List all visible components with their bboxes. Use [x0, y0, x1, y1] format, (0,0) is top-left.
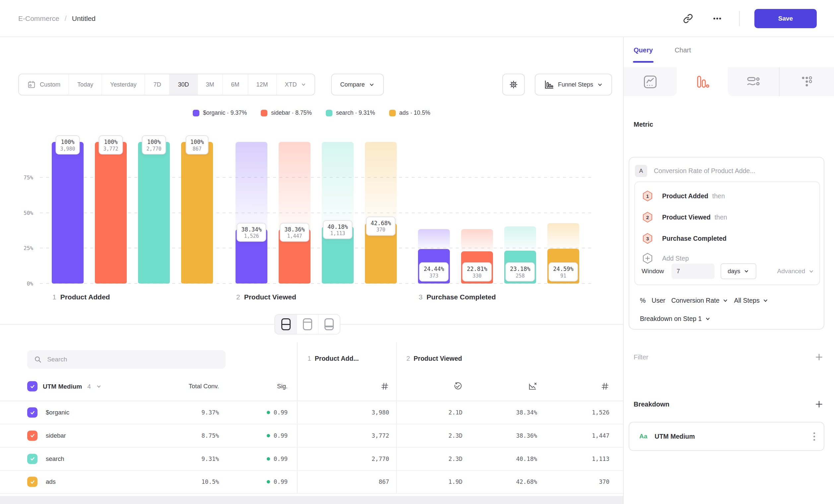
bar-count: 370	[371, 227, 391, 233]
tab-funnels[interactable]	[677, 67, 728, 96]
bar-organic-step2[interactable]: 38.34%1,526	[236, 142, 267, 283]
then-connector: then	[715, 213, 727, 221]
row-checkbox[interactable]	[27, 454, 38, 464]
counting-method[interactable]: User	[652, 297, 665, 304]
step2-conversion-pct: 40.18%	[516, 456, 537, 462]
lost-users-ghost-bar	[418, 229, 450, 249]
plus-icon	[815, 353, 824, 361]
bar-ads-step2[interactable]: 42.68%370	[365, 142, 397, 283]
breakdown-column-header[interactable]: UTM Medium 4	[27, 381, 102, 392]
search-input[interactable]	[47, 356, 219, 363]
metric-title: Conversion Rate of Product Adde...	[654, 167, 755, 175]
converted-users-bar	[138, 142, 170, 283]
insights-icon	[643, 75, 658, 89]
bar-organic-step3[interactable]: 24.44%373	[418, 142, 450, 283]
more-menu-icon[interactable]	[710, 11, 725, 26]
bar-count: 1,447	[284, 233, 305, 240]
select-all-checkbox[interactable]	[27, 381, 38, 392]
table-row-sidebar[interactable]: sidebar8.75%0.993,7722.3D38.36%1,447	[0, 425, 623, 448]
step1-count: 3,980	[372, 409, 389, 416]
top-bar: E-Commerce / Untitled Save	[0, 0, 834, 37]
chevron-down-icon	[809, 269, 814, 274]
query-step-3[interactable]: 3Purchase Completed	[635, 228, 819, 249]
bar-sidebar-step1[interactable]: 100%3,772	[95, 142, 127, 283]
bar-search-step2[interactable]: 40.18%1,113	[322, 142, 354, 283]
window-unit-select[interactable]: days	[721, 263, 756, 279]
window-value-input[interactable]	[672, 264, 715, 279]
bar-value-label: 38.36%1,447	[280, 223, 309, 242]
bottom-scroll-strip	[0, 496, 623, 504]
topbar-actions: Save	[681, 0, 817, 37]
bar-value-label: 22.81%330	[462, 262, 492, 281]
kebab-icon[interactable]	[813, 432, 815, 441]
flows-icon	[746, 75, 761, 89]
check-icon	[29, 479, 36, 485]
time-to-convert-icon[interactable]	[453, 382, 462, 391]
significance-dot-icon	[267, 434, 270, 437]
step2-count: 1,526	[592, 409, 609, 416]
table-row-organic[interactable]: $organic9.37%0.993,9802.1D38.34%1,526	[0, 401, 623, 425]
share-link-icon[interactable]	[681, 11, 695, 26]
bar-organic-step1[interactable]: 100%3,980	[52, 142, 84, 283]
bar-ads-step3[interactable]: 24.59%91	[547, 142, 579, 283]
step2-count: 1,113	[592, 456, 609, 462]
step-label-1: 1Product Added	[52, 293, 110, 301]
table-row-ads[interactable]: ads10.5%0.998671.9D42.68%370	[0, 471, 623, 494]
breakdown-on-step-select[interactable]: Breakdown on Step 1	[640, 315, 710, 323]
query-panel: Query Chart	[623, 37, 834, 504]
layout-split-bottom-button[interactable]	[318, 315, 340, 334]
total-conv-header[interactable]: Total Conv.	[189, 383, 219, 390]
bar-value-label: 42.68%370	[366, 216, 395, 236]
conversion-trend-icon[interactable]	[528, 382, 537, 391]
y-axis-tick: 0%	[7, 280, 33, 287]
breakdown-property-card[interactable]: Aa UTM Medium	[629, 422, 825, 451]
y-axis-tick: 50%	[7, 210, 33, 216]
tab-query[interactable]: Query	[634, 46, 653, 59]
metric-summary[interactable]: A Conversion Rate of Product Adde...	[635, 165, 814, 177]
tab-chart[interactable]: Chart	[675, 46, 691, 59]
bar-ads-step1[interactable]: 100%867	[181, 142, 213, 283]
svg-text:2: 2	[646, 214, 649, 220]
add-filter-button[interactable]	[815, 353, 824, 361]
tab-retention[interactable]	[780, 67, 834, 96]
layout-split-top-button[interactable]	[297, 315, 318, 334]
tab-insights[interactable]	[624, 67, 677, 96]
step1-count: 867	[378, 479, 389, 485]
bar-search-step1[interactable]: 100%2,770	[138, 142, 170, 283]
lost-users-ghost-bar	[461, 229, 493, 251]
layout-split-middle-button[interactable]	[275, 315, 297, 334]
breakdown-on-step-label: Breakdown on Step 1	[640, 315, 702, 323]
add-step-hexagon-icon	[642, 252, 654, 264]
add-breakdown-button[interactable]	[815, 400, 824, 409]
measurement-select[interactable]: Conversion Rate	[672, 297, 728, 304]
row-checkbox[interactable]	[27, 408, 38, 418]
steps-scope-select[interactable]: All Steps	[734, 297, 768, 304]
query-step-1[interactable]: 1Product Addedthen	[635, 185, 819, 207]
window-unit-label: days	[728, 268, 741, 275]
hash-icon[interactable]	[380, 382, 389, 391]
lost-users-ghost-bar	[365, 142, 397, 223]
breadcrumb-report-title[interactable]: Untitled	[72, 15, 95, 23]
add-step-label: Add Step	[662, 255, 689, 262]
save-button[interactable]: Save	[754, 9, 817, 28]
step2-conversion-pct: 38.34%	[516, 409, 537, 416]
query-step-2[interactable]: 2Product Viewedthen	[635, 207, 819, 228]
bar-pct: 24.44%	[424, 265, 444, 273]
funnel-icon	[695, 75, 709, 89]
row-checkbox[interactable]	[27, 430, 38, 441]
significance-value: 0.99	[274, 479, 288, 485]
bar-sidebar-step3[interactable]: 22.81%330	[461, 142, 493, 283]
bar-search-step3[interactable]: 23.18%258	[504, 142, 536, 283]
bar-sidebar-step2[interactable]: 38.36%1,447	[279, 142, 310, 283]
row-checkbox[interactable]	[27, 477, 38, 487]
chevron-down-icon	[763, 298, 768, 303]
step2-conversion-pct: 38.36%	[516, 432, 537, 439]
hash-icon[interactable]	[600, 382, 609, 391]
retention-icon	[799, 75, 814, 89]
advanced-toggle[interactable]: Advanced	[777, 268, 814, 275]
check-icon	[29, 433, 36, 439]
tab-flows[interactable]	[728, 67, 780, 96]
breadcrumb-project[interactable]: E-Commerce	[18, 15, 59, 23]
sig-header[interactable]: Sig.	[277, 383, 288, 390]
table-row-search[interactable]: search9.31%0.992,7702.3D40.18%1,113	[0, 448, 623, 471]
